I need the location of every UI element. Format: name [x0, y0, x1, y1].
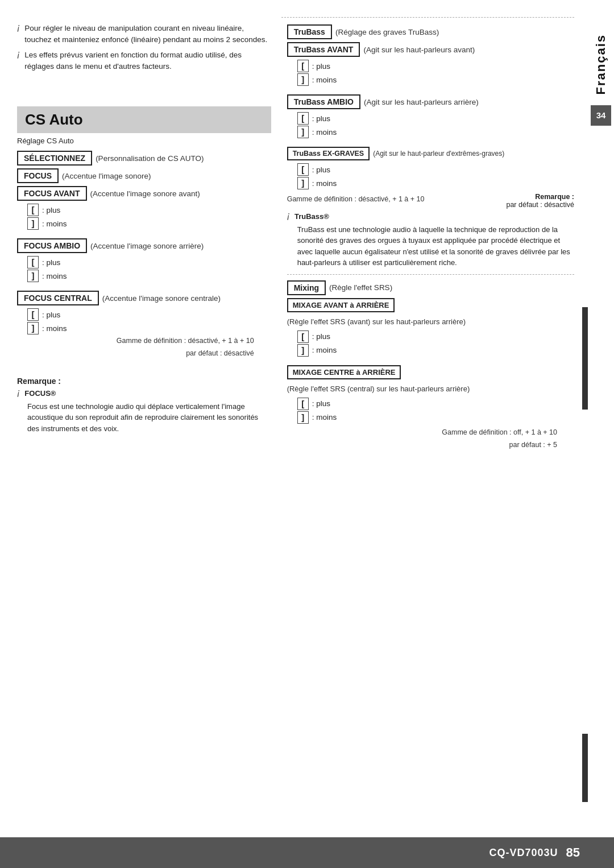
trubass-avant-desc: (Agit sur les haut-parleurs avant) — [363, 46, 475, 54]
focus-ambio-plus-btn[interactable]: [ — [27, 256, 39, 268]
divider-mixing — [287, 274, 574, 275]
focus-avant-plus-row: [ : plus — [27, 204, 271, 216]
right-column: TruBass (Réglage des graves TruBass) Tru… — [281, 17, 574, 851]
trubass-avant-minus-label: : moins — [312, 76, 337, 84]
mixage-avant-label: MIXAGE AVANT à ARRIÈRE — [287, 298, 395, 312]
mixing-avant-minus-row: ] : moins — [297, 344, 574, 357]
focus-ambio-row: FOCUS AMBIO (Accentue l'image sonore arr… — [17, 238, 271, 253]
focus-avant-row: FOCUS AVANT (Accentue l'image sonore ava… — [17, 186, 271, 201]
bullet-char-1: ¡ — [17, 22, 20, 32]
mixing-centre-minus-row: ] : moins — [297, 411, 574, 424]
mixing-centre-plus-btn[interactable]: [ — [297, 398, 309, 410]
focus-avant-minus-label: : moins — [42, 220, 67, 228]
trubass-ambio-minus-row: ] : moins — [297, 126, 574, 138]
mixage-centre-desc: (Règle l'effet SRS (central) sur les hau… — [287, 385, 574, 393]
focus-label: FOCUS — [17, 168, 59, 183]
focus-row: FOCUS (Accentue l'image sonore) — [17, 168, 271, 183]
cs-auto-subtitle: Réglage CS Auto — [17, 137, 271, 145]
mixing-avant-minus-label: : moins — [312, 346, 337, 354]
trubass-ambio-row: TruBass AMBIO (Agit sur les haut-parleur… — [287, 94, 574, 109]
mixing-centre-plus-label: : plus — [312, 399, 330, 408]
focus-central-plus-btn[interactable]: [ — [27, 308, 39, 321]
trubass-ex-plus-row: [ : plus — [297, 163, 574, 176]
focus-central-label: FOCUS CENTRAL — [17, 291, 99, 305]
mixing-centre-minus-label: : moins — [312, 413, 337, 421]
mixing-avant-plus-label: : plus — [312, 332, 330, 341]
focus-ambio-minus-row: ] : moins — [27, 270, 271, 282]
mixage-avant-row: MIXAGE AVANT à ARRIÈRE — [287, 298, 574, 315]
trubass-avant-plus-label: : plus — [312, 62, 330, 71]
trubass-ambio-desc: (Agit sur les haut-parleurs arrière) — [364, 98, 479, 106]
trubass-avant-row: TruBass AVANT (Agit sur les haut-parleur… — [287, 42, 574, 57]
page-number: 34 — [596, 110, 606, 120]
footer-model: CQ-VD7003U — [489, 847, 558, 859]
remarque-left-bullet-label: FOCUS® — [24, 388, 56, 399]
page-number-box: 34 — [591, 105, 611, 126]
footer-bar: CQ-VD7003U 85 — [0, 837, 614, 868]
bullet-text-2: Les effets prévus varient en fonction du… — [24, 49, 271, 73]
mixing-centre-plus-row: [ : plus — [297, 398, 574, 410]
remarque-right-bullet-char: ¡ — [287, 210, 290, 221]
language-label: Français — [594, 34, 608, 95]
focus-range-note: Gamme de définition : désactivé, + 1 à +… — [17, 337, 271, 345]
focus-avant-label: FOCUS AVANT — [17, 186, 87, 201]
mixing-row: Mixing (Règle l'effet SRS) — [287, 280, 574, 295]
trubass-ex-plus-btn[interactable]: [ — [297, 163, 309, 176]
focus-avant-plus-label: : plus — [42, 206, 60, 214]
trubass-avant-label: TruBass AVANT — [287, 42, 360, 57]
footer-page: 85 — [566, 845, 580, 860]
remarque-right-body: TruBass est une technologie audio à laqu… — [297, 224, 574, 268]
selectionnez-desc: (Personnalisation de CS AUTO) — [96, 154, 204, 163]
focus-avant-minus-btn[interactable]: ] — [27, 217, 39, 230]
remarque-right-bullet-label: TruBass® — [294, 211, 329, 222]
focus-desc: (Accentue l'image sonore) — [62, 172, 151, 180]
mixing-desc: (Règle l'effet SRS) — [329, 283, 392, 292]
mixing-label: Mixing — [287, 280, 326, 295]
focus-central-minus-label: : moins — [42, 324, 67, 333]
remarque-left-title: Remarque : — [17, 377, 271, 386]
left-column: ¡ Pour régler le niveau de manipulation … — [17, 17, 281, 851]
focus-avant-minus-row: ] : moins — [27, 217, 271, 230]
trubass-ambio-plus-label: : plus — [312, 114, 330, 123]
accent-bar-2 — [582, 734, 588, 802]
mixing-avant-minus-btn[interactable]: ] — [297, 344, 309, 357]
mixing-range-note: Gamme de définition : off, + 1 à + 10 — [287, 428, 574, 436]
bullet-text-1: Pour régler le niveau de manipulation co… — [24, 23, 271, 46]
mixing-centre-minus-btn[interactable]: ] — [297, 411, 309, 424]
focus-central-minus-btn[interactable]: ] — [27, 322, 39, 334]
trubass-range-row: Gamme de définition : désactivé, + 1 à +… — [287, 193, 574, 209]
mixing-avant-plus-row: [ : plus — [297, 330, 574, 343]
trubass-row: TruBass (Réglage des graves TruBass) — [287, 24, 574, 39]
focus-range-default: par défaut : désactivé — [17, 349, 271, 357]
focus-ambio-minus-label: : moins — [42, 272, 67, 280]
trubass-ex-minus-btn[interactable]: ] — [297, 177, 309, 189]
trubass-ex-plus-label: : plus — [312, 166, 330, 174]
bullet-char-2: ¡ — [17, 49, 20, 59]
trubass-ex-desc: (Agit sur le haut-parleur d'extrêmes-gra… — [373, 150, 504, 158]
trubass-ambio-plus-row: [ : plus — [297, 112, 574, 125]
mixage-avant-desc: (Règle l'effet SRS (avant) sur les haut-… — [287, 317, 574, 326]
focus-ambio-minus-btn[interactable]: ] — [27, 270, 39, 282]
remarque-left-body: Focus est une technologie audio qui dépl… — [27, 401, 271, 435]
trubass-ambio-minus-btn[interactable]: ] — [297, 126, 309, 138]
focus-ambio-label: FOCUS AMBIO — [17, 238, 87, 253]
trubass-avant-minus-btn[interactable]: ] — [297, 73, 309, 86]
mixing-avant-plus-btn[interactable]: [ — [297, 330, 309, 343]
bullet-item-1: ¡ Pour régler le niveau de manipulation … — [17, 23, 271, 46]
accent-bar-1 — [582, 307, 588, 410]
trubass-ex-label: TruBass EX-GRAVES — [287, 147, 370, 160]
mixing-range-default: par défaut : + 5 — [287, 441, 574, 449]
trubass-range-default: par défaut : désactivé — [483, 201, 574, 209]
focus-ambio-plus-row: [ : plus — [27, 256, 271, 268]
trubass-label: TruBass — [287, 24, 332, 39]
trubass-ambio-label: TruBass AMBIO — [287, 94, 360, 109]
focus-ambio-desc: (Accentue l'image sonore arrière) — [90, 242, 204, 250]
trubass-ambio-plus-btn[interactable]: [ — [297, 112, 309, 125]
trubass-avant-plus-btn[interactable]: [ — [297, 60, 309, 72]
bullet-item-2: ¡ Les effets prévus varient en fonction … — [17, 49, 271, 73]
trubass-remarque-inline-title: Remarque : — [483, 193, 574, 201]
focus-avant-plus-btn[interactable]: [ — [27, 204, 39, 216]
trubass-ambio-minus-label: : moins — [312, 128, 337, 137]
focus-central-plus-row: [ : plus — [27, 308, 271, 321]
remarque-left-bullet: ¡ FOCUS® — [17, 388, 271, 399]
